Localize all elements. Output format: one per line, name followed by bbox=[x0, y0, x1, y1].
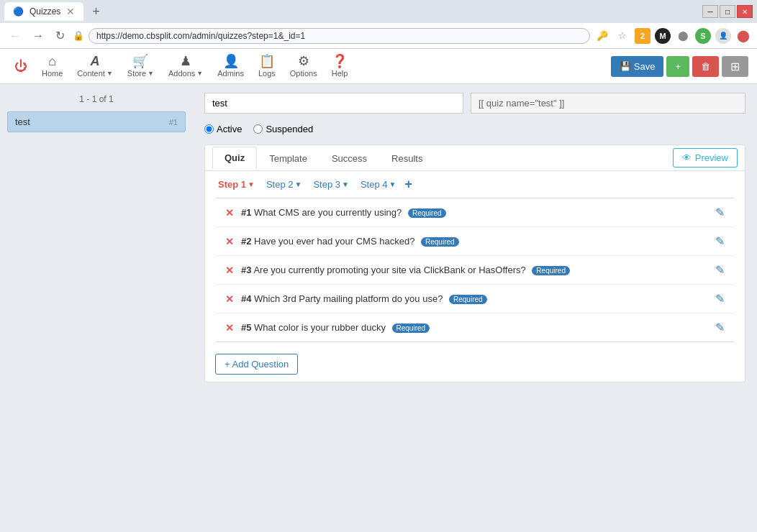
browser-icons: 🔑 ☆ 2 M ⬤ S 👤 ⬤ bbox=[594, 28, 751, 44]
preview-button[interactable]: 👁 Preview bbox=[673, 148, 738, 168]
q4-edit-button[interactable]: ✎ bbox=[715, 292, 725, 306]
store-label: Store bbox=[127, 69, 146, 78]
ext-icon2: M bbox=[655, 28, 671, 44]
step-3-button[interactable]: Step 3 ▼ bbox=[310, 178, 352, 191]
q5-delete-button[interactable]: ✕ bbox=[225, 322, 234, 334]
tab-close-button[interactable]: ✕ bbox=[66, 6, 75, 17]
maximize-button[interactable]: □ bbox=[720, 5, 735, 18]
tab-results[interactable]: Results bbox=[379, 147, 435, 169]
step-1-button[interactable]: Step 1 ▼ bbox=[215, 178, 258, 191]
home-nav-button[interactable]: ⌂ Home bbox=[36, 53, 68, 79]
q3-delete-button[interactable]: ✕ bbox=[225, 265, 234, 276]
q4-delete-button[interactable]: ✕ bbox=[225, 293, 234, 305]
window-controls: ─ □ ✕ bbox=[702, 5, 753, 18]
ext-icon3: ⬤ bbox=[675, 28, 691, 44]
q4-required-badge: Required bbox=[449, 295, 487, 304]
addons-icon: ♟ bbox=[180, 55, 191, 68]
help-label: Help bbox=[332, 69, 348, 78]
url-input[interactable] bbox=[89, 28, 590, 44]
q3-text: #3 Are you currently promoting your site… bbox=[241, 265, 708, 275]
save-button[interactable]: 💾 Save bbox=[611, 56, 664, 77]
q3-num: #3 bbox=[241, 265, 251, 275]
status-row: Active Suspended bbox=[204, 122, 745, 136]
right-panel: Active Suspended Quiz Template Success R… bbox=[193, 84, 757, 532]
suspended-radio[interactable] bbox=[253, 124, 263, 134]
arrange-button[interactable]: ⊞ bbox=[722, 56, 748, 77]
q2-delete-button[interactable]: ✕ bbox=[225, 236, 234, 247]
question-row: ✕ #5 What color is your rubber ducky Req… bbox=[215, 313, 735, 341]
suspended-radio-label[interactable]: Suspended bbox=[253, 124, 313, 134]
store-nav-button[interactable]: 🛒 Store ▼ bbox=[122, 53, 160, 79]
admins-icon: 👤 bbox=[223, 55, 239, 68]
step-2-caret: ▼ bbox=[295, 180, 302, 188]
logs-icon: 📋 bbox=[259, 55, 275, 68]
active-radio-label[interactable]: Active bbox=[204, 124, 242, 134]
logs-nav-button[interactable]: 📋 Logs bbox=[253, 53, 281, 79]
add-button[interactable]: + bbox=[666, 56, 689, 77]
add-question-label: + Add Question bbox=[225, 359, 289, 370]
help-icon: ❓ bbox=[332, 55, 348, 68]
step-4-button[interactable]: Step 4 ▼ bbox=[358, 178, 399, 191]
sidebar-item-label: test bbox=[15, 116, 30, 127]
ext-icon4: S bbox=[695, 28, 711, 44]
q2-edit-button[interactable]: ✎ bbox=[715, 234, 725, 248]
preview-label: Preview bbox=[695, 152, 728, 163]
top-controls bbox=[204, 93, 745, 114]
q1-delete-button[interactable]: ✕ bbox=[225, 207, 234, 219]
options-icon: ⚙ bbox=[298, 55, 309, 68]
help-nav-button[interactable]: ❓ Help bbox=[326, 53, 354, 79]
admins-nav-button[interactable]: 👤 Admins bbox=[212, 53, 250, 79]
add-step-button[interactable]: + bbox=[404, 177, 412, 192]
q2-required-badge: Required bbox=[421, 237, 459, 247]
active-label: Active bbox=[217, 124, 242, 134]
key-icon: 🔑 bbox=[594, 28, 610, 44]
q5-edit-button[interactable]: ✎ bbox=[715, 321, 725, 334]
addons-label: Addons bbox=[168, 69, 195, 78]
new-tab-button[interactable]: + bbox=[88, 4, 104, 19]
sidebar-count: 1 - 1 of 1 bbox=[7, 91, 186, 107]
save-label: Save bbox=[634, 61, 656, 72]
store-icon: 🛒 bbox=[132, 55, 148, 68]
q2-num: #2 bbox=[241, 236, 251, 247]
eye-icon: 👁 bbox=[682, 152, 692, 163]
step-2-label: Step 2 bbox=[266, 179, 294, 190]
refresh-button[interactable]: ↻ bbox=[52, 27, 68, 44]
content-icon: A bbox=[91, 55, 100, 68]
home-icon: ⌂ bbox=[48, 55, 56, 68]
ext-icon5: 👤 bbox=[715, 28, 731, 44]
suspended-label: Suspended bbox=[266, 124, 313, 134]
active-radio[interactable] bbox=[204, 124, 214, 134]
power-button[interactable]: ⏻ bbox=[9, 58, 33, 74]
sidebar: 1 - 1 of 1 test #1 bbox=[0, 84, 193, 532]
steps-row: Step 1 ▼ Step 2 ▼ Step 3 ▼ Step 4 ▼ bbox=[205, 171, 745, 198]
tab-template[interactable]: Template bbox=[257, 147, 319, 169]
minimize-button[interactable]: ─ bbox=[702, 5, 718, 18]
header-actions: 💾 Save + 🗑 ⊞ bbox=[611, 56, 748, 77]
options-label: Options bbox=[290, 69, 317, 78]
q1-edit-button[interactable]: ✎ bbox=[715, 206, 725, 219]
q3-edit-button[interactable]: ✎ bbox=[715, 263, 725, 277]
forward-button[interactable]: → bbox=[29, 28, 47, 44]
step-2-button[interactable]: Step 2 ▼ bbox=[263, 178, 305, 191]
address-bar: ← → ↻ 🔒 🔑 ☆ 2 M ⬤ S 👤 ⬤ bbox=[0, 23, 757, 49]
arrange-icon: ⊞ bbox=[730, 60, 740, 73]
options-nav-button[interactable]: ⚙ Options bbox=[284, 53, 323, 79]
q4-label: Which 3rd Party mailing platform do you … bbox=[254, 293, 443, 304]
quiz-name-input[interactable] bbox=[204, 93, 463, 114]
tab-quiz[interactable]: Quiz bbox=[212, 147, 257, 169]
question-row: ✕ #1 What CMS are you currently using? R… bbox=[215, 198, 735, 227]
close-button[interactable]: ✕ bbox=[737, 5, 753, 18]
sidebar-item-test[interactable]: test #1 bbox=[7, 111, 186, 132]
add-question-button[interactable]: + Add Question bbox=[215, 354, 298, 375]
questions-area: ✕ #1 What CMS are you currently using? R… bbox=[215, 198, 735, 342]
active-tab[interactable]: 🔵 Quizzes ✕ bbox=[4, 2, 83, 21]
back-button[interactable]: ← bbox=[6, 28, 24, 44]
q1-label: What CMS are you currently using? bbox=[254, 207, 402, 218]
content-nav-button[interactable]: A Content ▼ bbox=[71, 53, 118, 79]
delete-button[interactable]: 🗑 bbox=[692, 56, 719, 77]
star-icon[interactable]: ☆ bbox=[615, 28, 630, 44]
q5-text: #5 What color is your rubber ducky Requi… bbox=[241, 322, 708, 333]
addons-nav-button[interactable]: ♟ Addons ▼ bbox=[163, 53, 209, 79]
tab-success[interactable]: Success bbox=[319, 147, 379, 169]
step-3-caret: ▼ bbox=[342, 180, 349, 188]
